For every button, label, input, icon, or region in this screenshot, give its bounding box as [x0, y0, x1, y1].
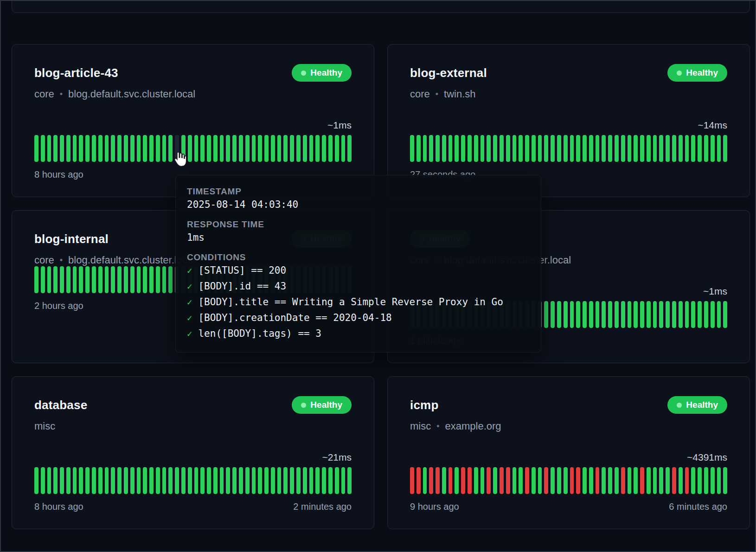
health-bar[interactable]	[551, 135, 555, 162]
health-bar[interactable]	[162, 135, 167, 162]
health-bar[interactable]	[73, 266, 77, 293]
health-bar[interactable]	[85, 467, 90, 494]
health-bar[interactable]	[653, 301, 657, 328]
health-bar[interactable]	[232, 467, 237, 494]
health-bar[interactable]	[92, 266, 96, 293]
health-bar[interactable]	[621, 301, 625, 328]
health-bar[interactable]	[468, 135, 472, 162]
health-bar[interactable]	[239, 135, 243, 162]
health-bar[interactable]	[73, 135, 77, 162]
health-bar[interactable]	[519, 467, 523, 494]
health-bar[interactable]	[124, 135, 128, 162]
health-bar[interactable]	[704, 301, 708, 328]
health-bar[interactable]	[188, 135, 192, 162]
health-bar[interactable]	[513, 135, 517, 162]
health-bar[interactable]	[576, 135, 580, 162]
health-bar[interactable]	[271, 467, 275, 494]
health-bar[interactable]	[589, 467, 593, 494]
health-bar[interactable]	[544, 135, 548, 162]
health-bar[interactable]	[672, 467, 676, 494]
health-bar[interactable]	[105, 266, 109, 293]
health-bar[interactable]	[410, 135, 414, 162]
health-bar[interactable]	[423, 135, 427, 162]
health-bar[interactable]	[271, 135, 275, 162]
health-bar[interactable]	[615, 135, 619, 162]
health-bar[interactable]	[538, 135, 542, 162]
health-bar[interactable]	[436, 467, 440, 494]
health-bar[interactable]	[66, 467, 70, 494]
health-bar[interactable]	[615, 301, 619, 328]
health-bar[interactable]	[60, 135, 64, 162]
health-bar[interactable]	[711, 467, 715, 494]
health-bar[interactable]	[481, 467, 485, 494]
health-bar[interactable]	[704, 467, 708, 494]
health-bar[interactable]	[181, 135, 186, 162]
health-bar[interactable]	[168, 266, 173, 293]
health-bar[interactable]	[717, 135, 721, 162]
health-bar[interactable]	[704, 135, 708, 162]
health-bar[interactable]	[34, 266, 38, 293]
health-bar[interactable]	[124, 266, 128, 293]
health-bar[interactable]	[79, 467, 83, 494]
health-bar[interactable]	[232, 135, 237, 162]
health-bar[interactable]	[698, 467, 702, 494]
health-bar[interactable]	[335, 135, 339, 162]
health-bar[interactable]	[73, 467, 77, 494]
health-bar[interactable]	[717, 467, 721, 494]
health-bar[interactable]	[143, 266, 147, 293]
health-bar[interactable]	[156, 135, 160, 162]
health-bar[interactable]	[258, 135, 262, 162]
health-bar[interactable]	[258, 467, 262, 494]
health-bar[interactable]	[303, 467, 307, 494]
health-bar[interactable]	[596, 467, 600, 494]
health-bar[interactable]	[41, 467, 45, 494]
health-bar[interactable]	[322, 467, 326, 494]
health-bar[interactable]	[647, 467, 651, 494]
health-bar[interactable]	[685, 135, 689, 162]
health-bar[interactable]	[602, 301, 606, 328]
health-bar[interactable]	[634, 135, 638, 162]
health-bar[interactable]	[608, 301, 612, 328]
health-bar[interactable]	[162, 266, 167, 293]
health-bar[interactable]	[34, 135, 38, 162]
health-bar[interactable]	[640, 301, 644, 328]
health-bar[interactable]	[723, 135, 727, 162]
health-bar[interactable]	[647, 135, 651, 162]
health-bar[interactable]	[66, 266, 70, 293]
health-bar[interactable]	[322, 135, 326, 162]
health-bar[interactable]	[634, 467, 638, 494]
health-bar[interactable]	[117, 266, 122, 293]
health-bar[interactable]	[283, 467, 288, 494]
health-bar[interactable]	[341, 467, 346, 494]
health-bar[interactable]	[194, 467, 199, 494]
health-bar[interactable]	[175, 135, 179, 162]
health-bar[interactable]	[111, 266, 115, 293]
health-bar[interactable]	[264, 135, 269, 162]
health-bar[interactable]	[544, 301, 548, 328]
health-bar[interactable]	[608, 467, 612, 494]
health-bar[interactable]	[583, 135, 587, 162]
health-bar[interactable]	[711, 135, 715, 162]
health-bar[interactable]	[156, 266, 160, 293]
health-bar[interactable]	[335, 467, 339, 494]
health-bar[interactable]	[583, 467, 587, 494]
health-bar[interactable]	[130, 135, 135, 162]
health-bar[interactable]	[213, 467, 218, 494]
health-bar[interactable]	[621, 135, 625, 162]
health-bar[interactable]	[583, 301, 587, 328]
health-bar[interactable]	[175, 467, 179, 494]
health-bar[interactable]	[596, 135, 600, 162]
health-bar[interactable]	[506, 467, 510, 494]
health-bar[interactable]	[723, 301, 727, 328]
health-bar[interactable]	[53, 266, 58, 293]
health-bar[interactable]	[111, 135, 115, 162]
health-bar[interactable]	[532, 467, 536, 494]
health-bar[interactable]	[691, 301, 695, 328]
health-bar[interactable]	[309, 135, 314, 162]
health-bar[interactable]	[596, 301, 600, 328]
health-bar[interactable]	[47, 135, 51, 162]
health-bar[interactable]	[666, 467, 670, 494]
health-bar[interactable]	[226, 135, 230, 162]
health-bar[interactable]	[79, 135, 83, 162]
health-bar[interactable]	[303, 135, 307, 162]
